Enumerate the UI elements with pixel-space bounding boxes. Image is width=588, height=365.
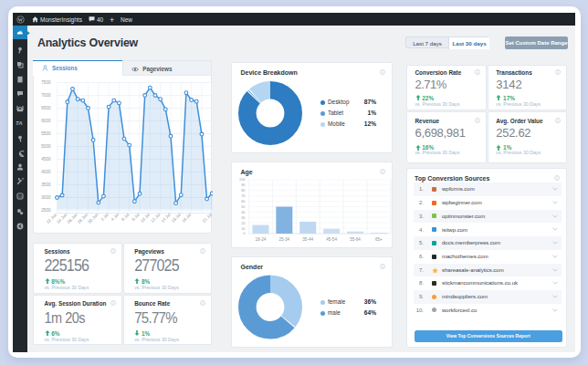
svg-text:3500: 3500: [41, 182, 51, 187]
svg-text:18-24: 18-24: [256, 237, 267, 242]
svg-text:16 Jul: 16 Jul: [171, 213, 182, 224]
svg-text:80: 80: [241, 188, 246, 193]
svg-text:65+: 65+: [375, 237, 383, 242]
svg-text:30 Jun: 30 Jun: [87, 212, 100, 224]
svg-text:4 Jul: 4 Jul: [110, 213, 120, 222]
svg-text:100: 100: [239, 177, 246, 182]
svg-text:70: 70: [241, 193, 246, 198]
svg-text:21 Jul: 21 Jul: [202, 213, 213, 224]
svg-text:6500: 6500: [41, 106, 51, 110]
svg-text:12 Jul: 12 Jul: [150, 213, 161, 224]
svg-text:25-34: 25-34: [278, 237, 289, 242]
svg-text:50: 50: [241, 204, 246, 209]
svg-text:45-54: 45-54: [326, 237, 337, 242]
svg-text:20: 20: [241, 221, 246, 225]
svg-text:4000: 4000: [41, 170, 51, 174]
svg-text:55-64: 55-64: [350, 237, 361, 242]
svg-text:10 Jul: 10 Jul: [140, 213, 151, 224]
svg-text:6 Jul: 6 Jul: [121, 213, 130, 222]
svg-text:2500: 2500: [41, 208, 51, 213]
svg-text:5000: 5000: [41, 144, 51, 149]
svg-text:40: 40: [241, 210, 246, 214]
svg-text:6000: 6000: [41, 119, 51, 123]
svg-text:3000: 3000: [41, 195, 51, 200]
svg-text:35-44: 35-44: [302, 237, 313, 242]
svg-text:7500: 7500: [41, 80, 51, 85]
svg-text:0: 0: [243, 231, 246, 235]
svg-text:30: 30: [241, 215, 246, 220]
svg-text:2 Jul: 2 Jul: [100, 213, 109, 222]
svg-text:14 Jul: 14 Jul: [160, 213, 171, 224]
svg-text:90: 90: [241, 182, 246, 187]
svg-text:10: 10: [241, 226, 246, 231]
svg-text:18 Jul: 18 Jul: [181, 213, 192, 224]
svg-text:13: 13: [18, 194, 23, 199]
svg-text:4500: 4500: [41, 157, 51, 162]
svg-text:60: 60: [241, 199, 246, 203]
svg-text:7000: 7000: [41, 93, 51, 98]
svg-text:5500: 5500: [41, 131, 51, 136]
